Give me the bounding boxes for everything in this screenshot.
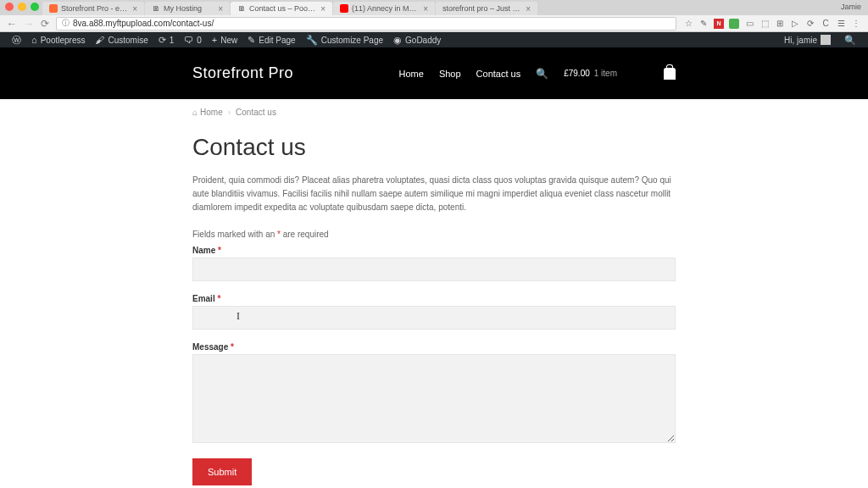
main-nav: Home Shop Contact us 🔍 £79.00 1 item (399, 68, 676, 80)
intro-text: Proident, quia commodi dis? Placeat alia… (192, 174, 676, 214)
reload-button[interactable]: ⟳ (41, 18, 49, 30)
nav-shop[interactable]: Shop (439, 69, 461, 79)
browser-tab[interactable]: (11) Annecy in Motion - 4K - S × (333, 2, 435, 15)
breadcrumb-current: Contact us (236, 108, 276, 117)
search-icon: 🔍 (844, 35, 856, 46)
wp-updates[interactable]: ⟳1 (153, 35, 180, 46)
extension-icons: ☆ ✎ N ▭ ⬚ ⊞ ▷ ⟳ C ☰ ⋮ (683, 19, 861, 29)
name-label: Name * (192, 246, 676, 255)
tab-title: (11) Annecy in Motion - 4K - S (352, 4, 420, 13)
submit-button[interactable]: Submit (192, 458, 252, 485)
tab-title: storefront pro – Just another (442, 4, 522, 13)
favicon-icon (49, 4, 58, 13)
cart-count: 1 item (594, 69, 617, 78)
site-logo[interactable]: Storefront Pro (192, 64, 293, 82)
extension-icon[interactable]: ☰ (836, 19, 846, 29)
close-window-button[interactable] (5, 3, 14, 11)
nav-home[interactable]: Home (399, 69, 424, 79)
close-tab-icon[interactable]: × (132, 4, 137, 14)
updates-icon: ⟳ (159, 35, 166, 46)
browser-address-bar: ← → ⟳ ⓘ 8va.a88.myftpupload.com/contact-… (0, 15, 868, 32)
tab-title: My Hosting (164, 4, 214, 13)
breadcrumb: ⌂Home › Contact us (192, 99, 676, 125)
browser-tab-active[interactable]: 🗎 Contact us – Pootlepress × (231, 2, 332, 15)
brush-icon: 🖌 (95, 35, 104, 45)
godaddy-icon: ◉ (393, 35, 402, 46)
browser-tab[interactable]: storefront pro – Just another × (436, 2, 537, 15)
extension-icon[interactable]: C (821, 19, 831, 29)
required-note: Fields marked with an * are required (192, 230, 676, 239)
extension-icon[interactable]: ⊞ (775, 19, 785, 29)
tab-title: Contact us – Pootlepress (249, 4, 317, 13)
extension-icon[interactable]: ▭ (744, 19, 754, 29)
comment-icon: 🗨 (184, 35, 193, 45)
home-icon: ⌂ (192, 108, 198, 117)
close-tab-icon[interactable]: × (423, 4, 428, 14)
wp-edit-page[interactable]: ✎Edit Page (242, 35, 300, 46)
home-icon: ⌂ (31, 35, 37, 45)
extension-icon[interactable] (729, 19, 739, 29)
maximize-window-button[interactable] (31, 3, 39, 11)
page-title: Contact us (192, 134, 676, 161)
close-tab-icon[interactable]: × (218, 4, 223, 14)
extension-icon[interactable]: ✎ (698, 19, 709, 29)
forward-button[interactable]: → (24, 18, 34, 30)
breadcrumb-separator: › (228, 108, 231, 117)
extension-icon[interactable]: ⬚ (760, 19, 770, 29)
wp-godaddy[interactable]: ◉GoDaddy (388, 35, 446, 46)
wp-admin-bar: ⓦ ⌂Pootlepress 🖌Customise ⟳1 🗨0 +New ✎Ed… (0, 32, 868, 47)
favicon-icon: 🗎 (237, 4, 246, 13)
plus-icon: + (212, 35, 217, 45)
wp-customise[interactable]: 🖌Customise (90, 35, 153, 45)
nav-contact[interactable]: Contact us (476, 69, 521, 79)
cart-total: £79.00 (564, 69, 590, 78)
wp-site-link[interactable]: ⌂Pootlepress (26, 35, 90, 45)
cart-icon[interactable] (664, 68, 676, 80)
site-header: Storefront Pro Home Shop Contact us 🔍 £7… (0, 47, 868, 99)
avatar (821, 35, 831, 45)
wp-user-greeting[interactable]: Hi, jamie (779, 35, 836, 45)
breadcrumb-home[interactable]: ⌂Home (192, 108, 223, 117)
wp-new[interactable]: +New (207, 35, 242, 45)
wp-comments[interactable]: 🗨0 (179, 35, 207, 45)
star-icon[interactable]: ☆ (683, 19, 693, 29)
cart-summary[interactable]: £79.00 1 item (564, 68, 676, 80)
youtube-icon (340, 4, 348, 13)
message-textarea[interactable] (192, 354, 676, 443)
menu-icon[interactable]: ⋮ (851, 19, 861, 29)
pencil-icon: ✎ (248, 35, 255, 46)
extension-icon[interactable]: N (714, 19, 724, 29)
browser-tab-bar: Storefront Pro - easily custom × 🗎 My Ho… (0, 0, 868, 15)
tab-title: Storefront Pro - easily custom (61, 4, 129, 13)
browser-tab[interactable]: Storefront Pro - easily custom × (42, 2, 144, 15)
back-button[interactable]: ← (7, 18, 17, 30)
close-tab-icon[interactable]: × (320, 4, 326, 14)
url-text: 8va.a88.myftpupload.com/contact-us/ (73, 19, 214, 28)
close-tab-icon[interactable]: × (526, 4, 531, 14)
search-icon[interactable]: 🔍 (536, 68, 548, 80)
browser-tab[interactable]: 🗎 My Hosting × (145, 2, 230, 15)
wp-logo[interactable]: ⓦ (7, 34, 26, 47)
extension-icon[interactable]: ▷ (790, 19, 800, 29)
chrome-user-label[interactable]: Jamie (841, 3, 861, 11)
extension-icon[interactable]: ⟳ (805, 19, 815, 29)
message-label: Message * (192, 342, 676, 352)
wp-search[interactable]: 🔍 (839, 35, 861, 46)
email-input[interactable] (192, 306, 676, 330)
minimize-window-button[interactable] (18, 3, 26, 11)
wordpress-icon: ⓦ (12, 34, 21, 47)
main-content: Contact us Proident, quia commodi dis? P… (192, 125, 676, 488)
wp-customize-page[interactable]: 🔧Customize Page (301, 35, 388, 46)
name-input[interactable] (192, 258, 676, 281)
mac-window-controls (5, 3, 39, 11)
favicon-icon: 🗎 (152, 4, 160, 13)
url-input[interactable]: ⓘ 8va.a88.myftpupload.com/contact-us/ (56, 17, 676, 30)
wrench-icon: 🔧 (306, 35, 318, 46)
email-label: Email * (192, 294, 676, 303)
info-icon[interactable]: ⓘ (62, 18, 70, 29)
